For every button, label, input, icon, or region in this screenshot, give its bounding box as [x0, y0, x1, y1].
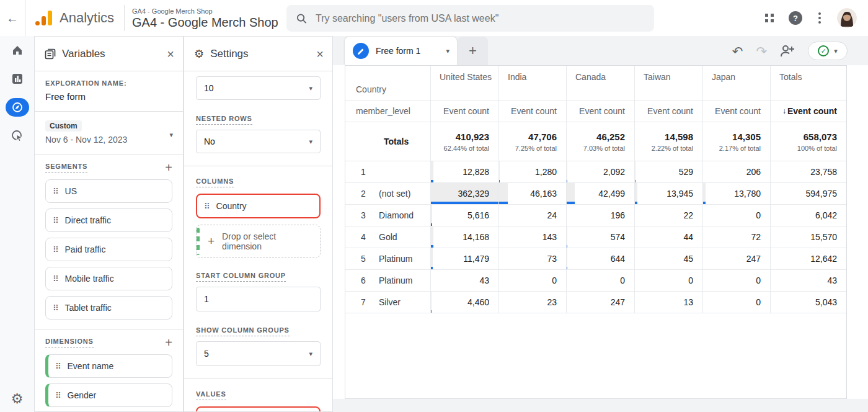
settings-close-icon[interactable]: × [316, 48, 324, 60]
country-column-header[interactable]: United States [431, 66, 499, 100]
tab-strip: Free form 1 ▾ + ↶ ↷ ✓ ▾ [333, 36, 868, 65]
new-tab-button[interactable]: + [458, 37, 488, 65]
drag-handle-icon[interactable]: ⠿ [53, 187, 59, 196]
nav-advertising-icon[interactable] [0, 122, 34, 150]
redo-icon[interactable]: ↷ [756, 45, 767, 58]
value-cell: 44 [635, 226, 703, 248]
undo-icon[interactable]: ↶ [732, 45, 743, 58]
nav-admin-gear-icon[interactable]: ⚙ [0, 391, 34, 407]
back-icon[interactable]: ← [0, 11, 25, 25]
drag-handle-icon[interactable]: ⠿ [55, 391, 61, 400]
exploration-name-label: EXPLORATION NAME: [45, 79, 172, 87]
value-cell: 0 [703, 205, 771, 226]
date-range-selector[interactable]: Custom Nov 6 - Nov 12, 2023 ▾ [35, 112, 183, 154]
segment-chip[interactable]: ⠿Mobile traffic [45, 267, 172, 290]
tab-free-form-1[interactable]: Free form 1 ▾ [345, 37, 457, 65]
metric-header[interactable]: ↓Event count [771, 101, 846, 122]
nested-rows-select[interactable]: No ▾ [196, 130, 321, 153]
country-column-header[interactable]: Canada [567, 66, 635, 100]
segment-chip[interactable]: ⠿Direct traffic [45, 208, 172, 232]
row-dimension-header[interactable]: member_level [345, 101, 431, 122]
drag-handle-icon[interactable]: ⠿ [53, 303, 59, 313]
dimension-chip[interactable]: ⠿Event name [45, 354, 172, 378]
drag-handle-icon[interactable]: ⠿ [53, 216, 59, 225]
global-search[interactable] [286, 5, 654, 32]
row-label-cell: 7Silver [345, 292, 431, 313]
avatar[interactable] [837, 8, 857, 28]
totals-percent: 7.25% of total [515, 145, 557, 152]
drop-dimension-text: Drop or select dimension [222, 231, 312, 251]
row-label: Platinum [379, 254, 412, 264]
drag-handle-icon[interactable]: ⠿ [55, 362, 61, 371]
nav-home-icon[interactable] [0, 36, 34, 65]
column-dimension-header[interactable]: Country [345, 66, 431, 100]
cell-bar [431, 223, 432, 226]
chevron-down-icon[interactable]: ▾ [446, 47, 450, 55]
metric-header[interactable]: Event count [635, 101, 703, 122]
metric-header[interactable]: Event count [499, 101, 567, 122]
row-number: 7 [361, 297, 379, 307]
value-cell: 206 [703, 161, 771, 182]
cell-value: 11,479 [463, 254, 489, 264]
values-label: VALUES [196, 390, 226, 400]
totals-value: 46,252 [596, 132, 625, 142]
metric-header[interactable]: Event count [703, 101, 771, 122]
value-cell: 5,616 [431, 205, 499, 226]
help-icon[interactable]: ? [789, 11, 802, 25]
table-row: 2(not set)362,32946,16342,49913,94513,78… [345, 183, 846, 205]
country-column-header[interactable]: Totals [771, 66, 846, 100]
country-column-header[interactable]: Japan [703, 66, 771, 100]
nav-reports-icon[interactable] [0, 65, 34, 93]
metric-header[interactable]: Event count [431, 101, 499, 122]
cell-value: 5,043 [815, 297, 837, 307]
exploration-name-value[interactable]: Free form [45, 91, 172, 102]
settings-title: Settings [210, 48, 310, 60]
drag-handle-icon[interactable]: ⠿ [53, 274, 59, 284]
variables-icon [45, 48, 56, 60]
variables-close-icon[interactable]: × [167, 48, 174, 60]
drop-dimension-zone[interactable]: + Drop or select dimension [196, 225, 321, 258]
segment-chip[interactable]: ⠿US [45, 179, 172, 203]
table-row: 4Gold14,168143574447215,570 [345, 226, 846, 248]
nav-explore-icon[interactable] [0, 93, 34, 122]
values-chip-event-count[interactable]: ⠿ Event count [196, 406, 321, 412]
metric-header[interactable]: Event count [567, 101, 635, 122]
show-rows-select[interactable]: 10 ▾ [196, 76, 321, 100]
totals-percent: 2.17% of total [719, 145, 761, 152]
totals-percent: 7.03% of total [583, 145, 625, 152]
status-ok-button[interactable]: ✓ ▾ [808, 42, 848, 60]
cell-value: 0 [756, 210, 761, 220]
add-dimension-icon[interactable]: + [165, 336, 172, 349]
cell-value: 644 [611, 254, 625, 264]
start-column-group-input[interactable]: 1 [196, 287, 321, 311]
value-cell: 6,042 [771, 205, 846, 226]
add-segment-icon[interactable]: + [165, 161, 172, 174]
columns-chip-country[interactable]: ⠿ Country [196, 194, 321, 218]
segment-chip[interactable]: ⠿Paid traffic [45, 238, 172, 261]
chevron-down-icon: ▾ [169, 131, 173, 139]
totals-percent: 62.44% of total [444, 145, 489, 152]
more-menu-icon[interactable] [817, 11, 822, 25]
value-cell: 24 [499, 205, 567, 226]
google-apps-icon[interactable] [765, 14, 774, 22]
divider [184, 166, 332, 166]
search-input[interactable] [316, 13, 644, 24]
dimension-chip[interactable]: ⠿Gender [45, 383, 172, 407]
cell-value: 73 [547, 254, 557, 264]
share-icon[interactable] [780, 44, 795, 58]
country-column-header[interactable]: Taiwan [635, 66, 703, 100]
sort-descending-icon: ↓ [782, 107, 786, 115]
value-cell: 4,460 [431, 292, 499, 313]
totals-cell: 47,7067.25% of total [499, 122, 567, 161]
totals-cell: 410,92362.44% of total [431, 122, 499, 161]
property-switcher[interactable]: GA4 - Google Merch Shop GA4 - Google Mer… [124, 5, 278, 31]
date-range-value: Nov 6 - Nov 12, 2023 [45, 135, 172, 145]
show-column-groups-select[interactable]: 5 ▾ [196, 341, 321, 366]
country-column-header[interactable]: India [499, 66, 567, 100]
segment-chip[interactable]: ⠿Tablet traffic [45, 296, 172, 320]
cell-value: 24 [547, 210, 557, 220]
chip-label: Event name [68, 361, 114, 371]
cell-value: 46,163 [530, 189, 557, 199]
drag-handle-icon[interactable]: ⠿ [53, 245, 59, 254]
drag-handle-icon[interactable]: ⠿ [204, 202, 210, 211]
